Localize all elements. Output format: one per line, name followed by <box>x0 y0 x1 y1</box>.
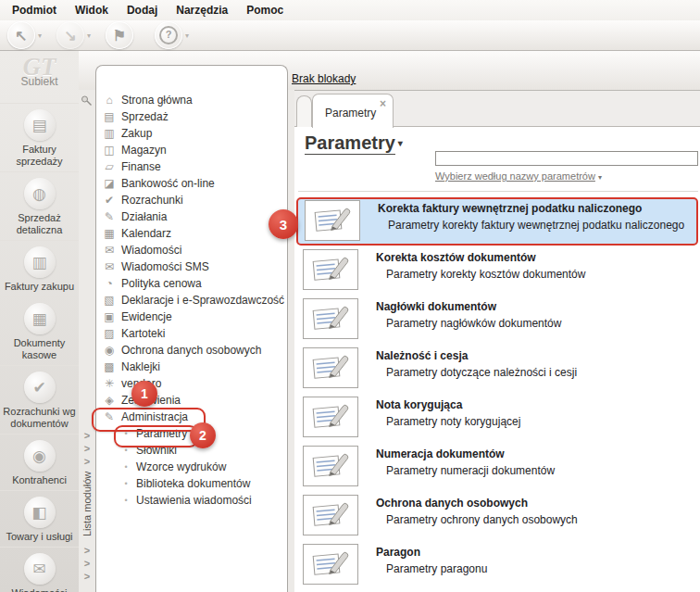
nav-tree-item[interactable]: ✉ Wiadomości <box>96 242 287 258</box>
document-pencil-icon <box>303 298 358 339</box>
nav-item-label: Sprzedaż <box>121 110 169 123</box>
parameter-title: Ochrona danych osobowych <box>376 497 528 510</box>
filter-by-name-link[interactable]: Wybierz według nazwy parametrów▾ <box>435 170 602 182</box>
document-pencil-icon <box>303 446 358 486</box>
parameter-subtitle: Parametry paragonu <box>386 562 487 575</box>
parameter-search-input[interactable] <box>435 151 698 166</box>
nav-tree-item[interactable]: ✔ Rozrachunki <box>96 192 287 208</box>
nav-tree-item[interactable]: • Biblioteka dokumentów <box>96 475 287 492</box>
close-icon[interactable]: × <box>380 97 386 110</box>
nav-tree-item[interactable]: • Wzorce wydruków <box>96 459 287 475</box>
nav-tree-item[interactable]: ◔ Polityka cenowa <box>96 275 287 292</box>
toolbar-button[interactable]: ? <box>155 21 182 49</box>
nav-tree-item[interactable]: ▥ Zakup <box>96 125 287 142</box>
toolbar-caret-icon[interactable]: ▾ <box>38 31 44 40</box>
nav-tree-item[interactable]: ✳ vendero <box>96 375 287 392</box>
parameter-subtitle: Parametry numeracji dokumentów <box>386 464 555 477</box>
nav-item-label: Zakup <box>121 127 152 140</box>
module-item[interactable]: ▤ Faktury sprzedaży <box>0 103 79 171</box>
module-label: Rozrachunki wg dokumentów <box>1 406 78 430</box>
toolbar-caret-icon[interactable]: ▾ <box>87 31 94 40</box>
module-list-vertical-tab[interactable]: Lista modułów <box>80 466 94 542</box>
nav-item-label: Bankowość on-line <box>121 177 215 190</box>
parameter-title: Korekta kosztów dokumentów <box>376 251 536 264</box>
lock-status-link[interactable]: Brak blokady <box>292 72 356 85</box>
nav-item-label: Naklejki <box>121 360 160 373</box>
module-item[interactable]: ▦ Dokumenty kasowe <box>0 296 79 365</box>
parameter-title: Należność i cesja <box>376 349 468 362</box>
nav-tree-item[interactable]: ▩ Naklejki <box>96 359 287 375</box>
collapsed-panel-chevrons[interactable]: > > > <box>79 544 95 583</box>
parameter-subtitle: Parametry noty korygującej <box>386 415 520 428</box>
parameter-item[interactable]: Nota korygująca Parametry noty korygując… <box>296 396 698 440</box>
module-item[interactable]: ✔ Rozrachunki wg dokumentów <box>0 365 79 434</box>
nav-tree-item[interactable]: ▣ Ewidencje <box>96 309 287 325</box>
module-item[interactable]: ◍ Sprzedaż detaliczna <box>0 171 79 240</box>
parameter-item[interactable]: Numeracja dokumentów Parametry numeracji… <box>296 445 698 489</box>
parameter-item[interactable]: Paragon Parametry paragonu <box>296 543 698 587</box>
app-logo: GT Subiekt <box>0 51 79 103</box>
chevron-down-icon: ▾ <box>398 138 403 148</box>
parameter-item[interactable]: Należność i cesja Parametry dotyczące na… <box>296 346 698 391</box>
module-item[interactable]: ◧ Towary i usługi <box>0 490 79 547</box>
chevron-right-icon: > <box>79 570 95 583</box>
parameter-title: Paragon <box>376 546 420 559</box>
nav-tree-item[interactable]: ✎ Działania <box>96 208 287 225</box>
module-item[interactable]: ◉ Kontrahenci <box>0 434 79 490</box>
nav-tree-item[interactable]: ▦ Kalendarz <box>96 225 287 242</box>
nav-tree-item[interactable]: ▧ Deklaracje i e-Sprawozdawczość <box>96 292 287 309</box>
nav-tree-item[interactable]: ▨ Kartoteki <box>96 325 287 342</box>
nav-tree-item[interactable]: ▤ Sprzedaż <box>96 108 287 125</box>
toolbar-button-group: ↖ ▾ <box>7 21 44 49</box>
parameter-title: Nagłówki dokumentów <box>376 300 496 313</box>
menu-item[interactable]: Pomoc <box>237 1 293 19</box>
pin-icon[interactable] <box>81 94 93 110</box>
annotation-step-1: 1 <box>131 381 157 407</box>
nav-tree-item[interactable]: ⌂ Strona główna <box>96 92 287 108</box>
module-icon: ▦ <box>24 303 56 334</box>
module-icon: ✔ <box>24 372 56 403</box>
parameter-item[interactable]: Korekta kosztów dokumentów Parametry kor… <box>296 248 698 293</box>
nav-item-label: Kartoteki <box>121 327 165 340</box>
toolbar-button[interactable]: ↖ <box>7 21 35 49</box>
collapsed-panel-chevrons[interactable]: > > > <box>79 429 95 468</box>
nav-item-icon: ◉ <box>102 344 117 357</box>
parameter-item[interactable]: Nagłówki dokumentów Parametry nagłówków … <box>296 297 698 342</box>
module-item[interactable]: ✉ Wiadomości odebrane <box>0 547 79 592</box>
tab-parametry[interactable]: Parametry × <box>312 94 394 128</box>
toolbar-button-group: ? ▾ <box>155 21 192 49</box>
menu-item[interactable]: Podmiot <box>3 1 66 19</box>
nav-item-icon: ▨ <box>102 327 117 340</box>
nav-item-label: Kalendarz <box>121 227 171 240</box>
nav-tree-item[interactable]: ◫ Magazyn <box>96 142 287 158</box>
menu-item[interactable]: Widok <box>66 1 118 19</box>
toolbar: ↖ ▾ ↘ ▾ ⚑ ? ▾ <box>0 20 700 51</box>
parameter-item[interactable]: Ochrona danych osobowych Parametry ochro… <box>296 494 698 538</box>
module-icon: ◍ <box>24 178 56 209</box>
toolbar-button-icon: ? <box>159 26 178 44</box>
nav-item-icon: ◫ <box>102 144 117 157</box>
nav-item-icon: ▦ <box>102 227 117 240</box>
nav-tree-item[interactable]: ▱ Finanse <box>96 158 287 175</box>
menu-item[interactable]: Dodaj <box>118 1 167 19</box>
toolbar-button[interactable]: ⚑ <box>106 21 133 49</box>
nav-tree-item[interactable]: ◈ Zestawienia <box>96 392 287 409</box>
module-item[interactable]: ▥ Faktury zakupu <box>0 240 79 296</box>
nav-tree-item[interactable]: ✉ Wiadomości SMS <box>96 258 287 275</box>
nav-tree-item[interactable]: ◉ Ochrona danych osobowych <box>96 342 287 359</box>
nav-tree-item[interactable]: ◪ Bankowość on-line <box>96 175 287 192</box>
nav-tree-item[interactable]: • Ustawienia wiadomości <box>96 492 287 509</box>
document-pencil-icon <box>303 249 358 290</box>
toolbar-caret-icon[interactable]: ▾ <box>185 31 192 40</box>
page-title-dropdown[interactable]: Parametry▾ <box>305 132 403 154</box>
parameter-title: Nota korygująca <box>376 398 462 411</box>
module-label: Dokumenty kasowe <box>1 337 78 361</box>
toolbar-button[interactable]: ↘ <box>56 21 84 49</box>
nav-item-icon: ✔ <box>102 194 117 207</box>
parameter-item[interactable]: Korekta faktury wewnętrznej podatku nali… <box>296 197 698 246</box>
parameters-page: Parametry▾ Wybierz według nazwy parametr… <box>294 127 700 592</box>
menu-bar: PodmiotWidokDodajNarzędziaPomoc <box>0 0 700 20</box>
parameter-subtitle: Parametry korekty faktury wewnętrznej po… <box>388 219 684 232</box>
menu-item[interactable]: Narzędzia <box>167 1 237 19</box>
module-label: Kontrahenci <box>1 474 78 486</box>
